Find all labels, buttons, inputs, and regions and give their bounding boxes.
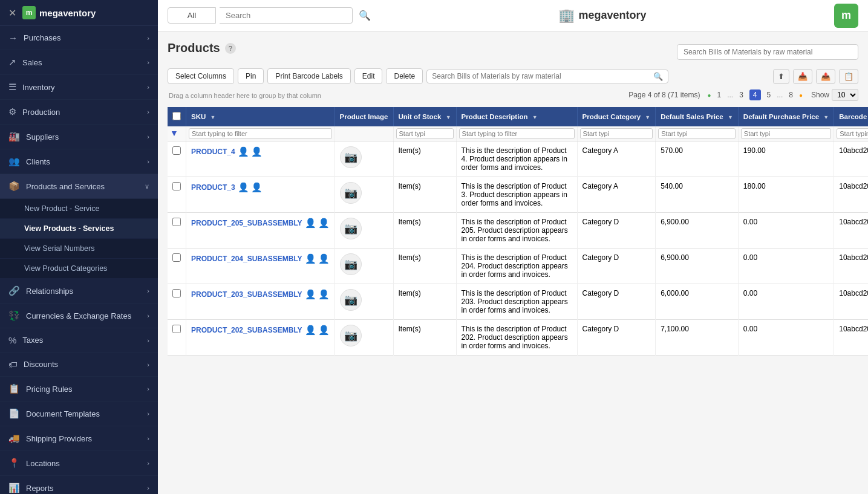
sales-price-filter-icon[interactable]: ▼ xyxy=(728,114,733,120)
page-4[interactable]: 4 xyxy=(749,89,761,100)
page-5[interactable]: 5 xyxy=(763,89,775,100)
submenu-view-serial-numbers[interactable]: View Serial Numbers xyxy=(0,239,158,259)
sidebar-item-label: Currencies & Exchange Rates xyxy=(26,311,131,320)
download-csv-button[interactable]: 📥 xyxy=(793,69,812,84)
desc-filter-icon[interactable]: ▼ xyxy=(532,114,538,120)
select-all-checkbox[interactable] xyxy=(172,112,181,120)
table-row: PRODUCT_203_SUBASSEMBLY 👤 👤 📷 Item(s) Th… xyxy=(168,284,868,320)
green-dot-left: ● xyxy=(707,92,711,99)
view-products-label: View Products - Services xyxy=(24,224,114,233)
row-checkbox[interactable] xyxy=(172,253,181,262)
filter-funnel-icon[interactable]: ▼ xyxy=(170,128,178,138)
sidebar-item-suppliers[interactable]: 🏭 Suppliers › xyxy=(0,125,158,149)
copy-button[interactable]: 📋 xyxy=(839,69,858,84)
search-type-dropdown[interactable]: All xyxy=(168,7,216,24)
cat-filter-icon[interactable]: ▼ xyxy=(645,114,650,120)
filter-barcode-input[interactable] xyxy=(837,128,868,139)
suppliers-icon: 🏭 xyxy=(8,131,20,142)
row-checkbox[interactable] xyxy=(172,146,181,155)
sidebar-item-discounts[interactable]: 🏷 Discounts › xyxy=(0,353,158,377)
user-icons: 👤 👤 xyxy=(238,182,263,193)
unit-filter-icon[interactable]: ▼ xyxy=(446,114,451,120)
sidebar-item-production[interactable]: ⚙ Production › xyxy=(0,100,158,125)
filter-sales-cell xyxy=(656,126,739,141)
user-icon-2: 👤 xyxy=(318,289,330,300)
row-checkbox[interactable] xyxy=(172,182,181,190)
logo-box: m xyxy=(22,6,36,19)
submenu-new-product[interactable]: New Product - Service xyxy=(0,199,158,219)
sku-link[interactable]: PRODUCT_204_SUBASSEMBLY xyxy=(191,255,302,263)
page-1[interactable]: 1 xyxy=(713,89,725,100)
view-serial-numbers-label: View Serial Numbers xyxy=(24,244,94,253)
sku-link[interactable]: PRODUCT_4 xyxy=(191,148,235,156)
sidebar-item-purchases[interactable]: → Purchases › xyxy=(0,26,158,50)
edit-button[interactable]: Edit xyxy=(354,68,383,84)
product-image-placeholder: 📷 xyxy=(340,182,362,204)
pricing-rules-icon: 📋 xyxy=(8,383,20,394)
unit-cell: Item(s) xyxy=(393,177,456,213)
sku-filter-icon[interactable]: ▼ xyxy=(210,114,215,120)
pin-button[interactable]: Pin xyxy=(238,68,264,84)
sidebar-item-label: Purchases xyxy=(24,33,60,42)
filter-desc-input[interactable] xyxy=(459,128,575,139)
sidebar-item-relationships[interactable]: 🔗 Relationships › xyxy=(0,279,158,304)
upload-icon-button[interactable]: ⬆ xyxy=(773,69,789,84)
filter-sku-input[interactable] xyxy=(189,128,332,139)
help-icon[interactable]: ? xyxy=(225,43,236,54)
print-barcode-labels-button[interactable]: Print Barcode Labels xyxy=(267,68,350,84)
row-checkbox[interactable] xyxy=(172,289,181,297)
sidebar-item-currencies[interactable]: 💱 Currencies & Exchange Rates › xyxy=(0,304,158,328)
user-icons: 👤 👤 xyxy=(305,325,330,336)
sidebar-item-inventory[interactable]: ☰ Inventory › xyxy=(0,75,158,100)
filter-purchase-input[interactable] xyxy=(741,128,831,139)
purchases-icon: → xyxy=(8,33,18,43)
sku-link[interactable]: PRODUCT_202_SUBASSEMBLY xyxy=(191,326,302,334)
sidebar-item-reports[interactable]: 📊 Reports › xyxy=(0,476,158,494)
toolbar-search-icon[interactable]: 🔍 xyxy=(653,72,663,81)
show-label: Show xyxy=(811,91,829,99)
sku-link[interactable]: PRODUCT_205_SUBASSEMBLY xyxy=(191,219,302,227)
sidebar-item-sales[interactable]: ↗ Sales › xyxy=(0,50,158,75)
cat-cell: Category D xyxy=(577,249,656,284)
sidebar-item-locations[interactable]: 📍 Locations › xyxy=(0,451,158,476)
filter-sku-cell xyxy=(186,126,335,141)
cat-cell: Category D xyxy=(577,320,656,356)
sales-price-cell: 540.00 xyxy=(656,177,739,213)
submenu-view-products[interactable]: View Products - Services xyxy=(0,219,158,239)
close-icon[interactable]: ✕ xyxy=(8,7,16,19)
page-3[interactable]: 3 xyxy=(736,89,747,100)
sidebar-item-clients[interactable]: 👥 Clients › xyxy=(0,149,158,174)
sidebar-item-shipping-providers[interactable]: 🚚 Shipping Providers › xyxy=(0,426,158,451)
sidebar-item-pricing-rules[interactable]: 📋 Pricing Rules › xyxy=(0,377,158,401)
sidebar-item-products-and-services[interactable]: 📦 Products and Services ∨ xyxy=(0,174,158,199)
filter-sales-input[interactable] xyxy=(658,128,736,139)
sidebar-item-taxes[interactable]: % Taxes › xyxy=(0,328,158,353)
col-product-description: Product Description ▼ xyxy=(456,107,577,126)
sidebar-item-label: Pricing Rules xyxy=(26,385,73,394)
delete-button[interactable]: Delete xyxy=(386,68,423,84)
sidebar-item-label: Discounts xyxy=(24,360,58,369)
filter-purchase-cell xyxy=(738,126,834,141)
row-checkbox[interactable] xyxy=(172,325,181,333)
search-button[interactable]: 🔍 xyxy=(359,10,371,21)
toolbar-search-input[interactable] xyxy=(432,72,651,80)
barcode-cell: 10abcd20ABCD29 xyxy=(834,284,868,320)
select-columns-button[interactable]: Select Columns xyxy=(168,68,234,84)
filter-cat-input[interactable] xyxy=(580,128,653,139)
row-checkbox[interactable] xyxy=(172,218,181,226)
sidebar-item-label: Reports xyxy=(26,484,54,493)
top-logo-right: m xyxy=(834,4,858,28)
bom-search-input[interactable] xyxy=(677,44,858,60)
sidebar-item-document-templates[interactable]: 📄 Document Templates › xyxy=(0,401,158,426)
search-input[interactable] xyxy=(220,7,353,24)
show-select[interactable]: 10 25 50 xyxy=(832,89,858,101)
filter-unit-input[interactable] xyxy=(396,128,454,139)
export-button[interactable]: 📤 xyxy=(816,69,835,84)
purchase-price-filter-icon[interactable]: ▼ xyxy=(823,114,829,120)
products-submenu: New Product - Service View Products - Se… xyxy=(0,199,158,279)
page-8[interactable]: 8 xyxy=(785,89,797,100)
sku-link[interactable]: PRODUCT_203_SUBASSEMBLY xyxy=(191,290,302,299)
filter-row: ▼ xyxy=(168,126,868,141)
sku-link[interactable]: PRODUCT_3 xyxy=(191,183,235,192)
submenu-view-product-categories[interactable]: View Product Categories xyxy=(0,259,158,279)
